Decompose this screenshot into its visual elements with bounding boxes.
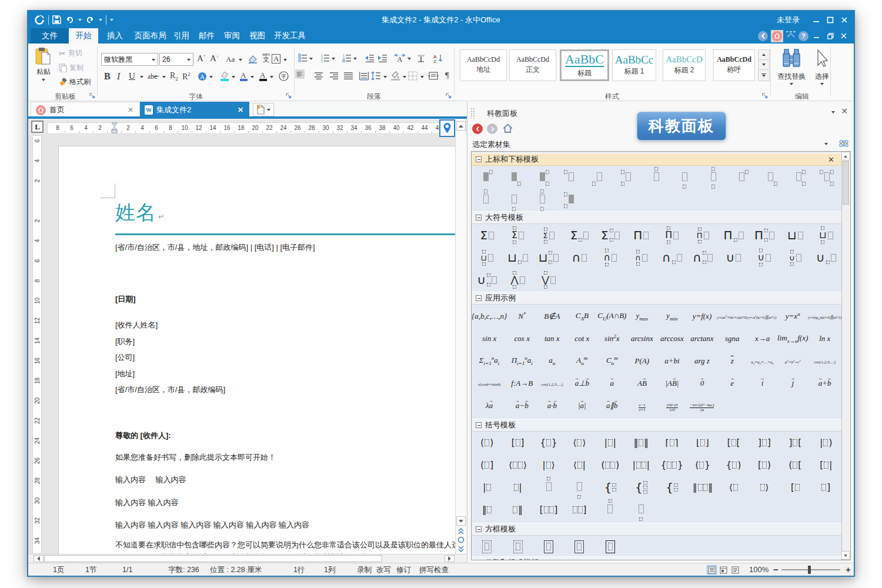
template-item[interactable]: ⟩ — [760, 482, 769, 493]
template-item[interactable]: ymax — [636, 310, 648, 322]
borders-icon[interactable] — [408, 71, 417, 81]
template-item[interactable]: Π — [724, 229, 744, 242]
template-item[interactable]: ⟨⟩ — [509, 460, 527, 470]
template-item[interactable] — [540, 195, 545, 206]
zoom-out-button[interactable]: − — [773, 563, 779, 576]
template-item[interactable]: tan x — [544, 333, 560, 343]
template-item[interactable] — [639, 505, 644, 516]
template-item[interactable]: ⋀ — [511, 271, 525, 289]
template-item[interactable]: a·b — [547, 400, 557, 410]
template-item[interactable]: arg z — [694, 355, 710, 366]
enclose-character-icon[interactable]: 字 — [279, 71, 289, 81]
template-item[interactable]: (} — [695, 460, 710, 470]
template-item[interactable]: [) — [758, 460, 771, 470]
template-item[interactable]: Cnm — [606, 355, 618, 366]
select-dropdown-icon[interactable] — [820, 83, 824, 85]
underline-button[interactable]: U — [129, 72, 135, 81]
horizontal-scroll-thumb[interactable] — [44, 555, 382, 562]
align-right-icon[interactable] — [329, 71, 339, 81]
template-item[interactable]: ] — [821, 482, 830, 493]
document-tab-集成文件2[interactable]: W集成文件2✕ — [140, 102, 249, 118]
document-line[interactable]: [省/市/自治区，市/县，地址，邮政编码] | [电话] | [电子邮件] — [115, 242, 315, 253]
material-set-dropdown-icon[interactable] — [824, 143, 828, 145]
new-doc-dropdown-icon[interactable] — [267, 109, 270, 111]
template-item[interactable]: ln x — [819, 333, 830, 343]
material-set-label[interactable]: 选定素材集 — [472, 139, 510, 150]
template-item[interactable]: Anm — [576, 355, 587, 366]
template-item[interactable]: sin x — [482, 333, 496, 343]
document-line[interactable]: [公司] — [115, 352, 135, 363]
template-item[interactable]: | — [514, 482, 522, 493]
template-item[interactable]: || — [633, 460, 650, 470]
template-item[interactable]: arccosx — [660, 333, 684, 343]
collapse-ribbon-button[interactable] — [786, 31, 796, 41]
template-item[interactable] — [654, 172, 659, 183]
template-item[interactable]: Σi=1nai — [479, 355, 500, 366]
menu-tab-视图[interactable]: 视图 — [245, 28, 270, 44]
new-document-button[interactable] — [253, 103, 274, 116]
template-item[interactable]: ] — [573, 505, 587, 515]
panel-drag-handle[interactable] — [470, 108, 475, 118]
bullet-list-icon[interactable] — [298, 54, 308, 63]
template-item[interactable] — [597, 172, 602, 183]
template-item[interactable]: x−1x+1 — [639, 398, 645, 413]
template-item[interactable]: y=xa — [786, 310, 800, 321]
justify-icon[interactable] — [344, 71, 353, 81]
template-item[interactable]: ⊔ — [787, 229, 803, 241]
template-item[interactable]: [ — [791, 482, 800, 493]
document-line[interactable]: 不知道要在求职信中包含哪些内容？您可以简要说明为什么您非常适合该公司以及是该职位… — [115, 540, 455, 550]
template-item[interactable]: ⌈⌉ — [666, 437, 679, 448]
template-item[interactable]: a+bi — [664, 355, 679, 366]
nav-back-button[interactable] — [758, 31, 768, 41]
template-item[interactable]: ∪ — [477, 273, 497, 286]
template-item[interactable]: e — [730, 377, 734, 388]
template-item[interactable]: Σ — [543, 228, 554, 243]
template-item[interactable]: CAB — [576, 310, 589, 322]
template-item[interactable]: ∩ — [635, 250, 647, 266]
template-item[interactable] — [711, 172, 716, 183]
template-item[interactable]: a1+a2+…+an — [751, 355, 773, 366]
template-item[interactable]: [[ — [727, 437, 740, 448]
styles-scroll-down[interactable] — [758, 59, 770, 70]
scroll-up-button[interactable] — [456, 121, 466, 131]
status-item[interactable]: 改写 — [376, 563, 391, 576]
template-item[interactable] — [513, 540, 523, 553]
document-line[interactable]: 输入内容 输入内容 输入内容 输入内容 输入内容 输入内容 — [115, 520, 309, 530]
shading-dropdown-icon[interactable] — [270, 76, 273, 78]
section-header-上标和下标模板[interactable]: 上标和下标模板✕ — [472, 153, 841, 166]
panel-back-button[interactable] — [472, 123, 483, 134]
panel-forward-button[interactable] — [487, 123, 497, 134]
template-item[interactable]: y=ax2+bx+c(a≠0) — [717, 310, 747, 321]
template-item[interactable]: Π — [697, 228, 709, 243]
template-item[interactable]: Π — [665, 226, 679, 244]
template-item[interactable]: Σ — [480, 229, 494, 241]
collapse-icon[interactable] — [476, 560, 482, 560]
font-size-combo[interactable]: 26 — [159, 53, 193, 66]
shrink-font-button[interactable]: A↓ — [210, 54, 219, 63]
template-item[interactable]: i — [761, 377, 764, 388]
borders-dropdown-icon[interactable] — [420, 76, 424, 78]
template-item[interactable]: limx→af(x) — [777, 332, 808, 344]
template-item[interactable]: ⟨ — [729, 482, 738, 493]
character-scale-dropdown-icon[interactable] — [407, 58, 411, 60]
template-item[interactable]: {a,b,c,…,n} — [472, 310, 507, 321]
highlight-dropdown-icon[interactable] — [232, 76, 235, 78]
menu-tab-引用[interactable]: 引用 — [169, 28, 194, 44]
template-item[interactable]: Π — [754, 229, 774, 242]
tab-stop-selector[interactable]: L — [31, 121, 44, 133]
template-item[interactable]: {} — [540, 437, 557, 448]
document-line[interactable]: [职务] — [115, 336, 135, 347]
template-item[interactable]: ‖ — [482, 505, 492, 515]
bold-button[interactable]: B — [104, 72, 111, 81]
template-item[interactable] — [569, 195, 574, 206]
template-item[interactable]: [] — [512, 437, 524, 448]
template-item[interactable] — [824, 172, 830, 183]
status-item[interactable]: 录制 — [357, 563, 372, 576]
tab-close-icon[interactable]: ✕ — [238, 106, 249, 114]
document-line[interactable]: 输入内容 输入内容 — [115, 475, 186, 485]
template-item[interactable]: () — [602, 460, 620, 470]
template-item[interactable]: Σ — [601, 229, 620, 242]
template-item[interactable]: r(cosθ+isinθ) — [478, 377, 500, 388]
template-item[interactable] — [574, 540, 584, 553]
document-page[interactable]: 姓名↵ [省/市/自治区，市/县，地址，邮政编码] | [电话] | [电子邮件… — [58, 146, 455, 554]
